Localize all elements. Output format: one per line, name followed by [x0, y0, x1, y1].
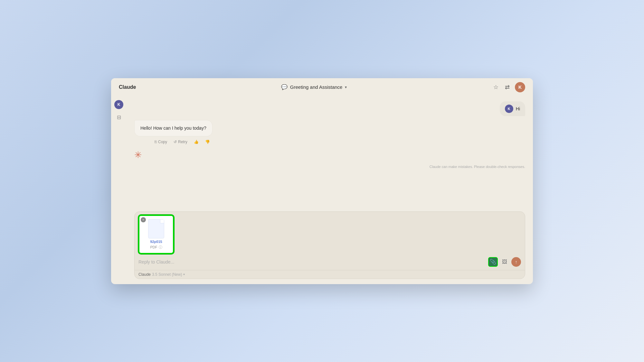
model-name: Claude: [138, 272, 151, 277]
header: Claude 💬 Greeting and Assistance ▾ ☆ ⇄ K: [111, 78, 533, 96]
pdf-type-row: PDF ⓘ: [150, 245, 162, 250]
send-button[interactable]: ↑: [511, 257, 521, 267]
model-version: 3.5 Sonnet (New): [152, 272, 182, 277]
model-selector[interactable]: Claude 3.5 Sonnet (New) ▾: [135, 270, 525, 279]
message-input[interactable]: [138, 259, 486, 265]
star-icon: ☆: [493, 84, 498, 91]
paperclip-icon: 📎: [490, 259, 496, 265]
panel-icon: ⊟: [117, 114, 121, 120]
disclaimer: Claude can make mistakes. Please double-…: [134, 165, 525, 169]
attachment-close-button[interactable]: ×: [141, 217, 146, 222]
panel-toggle-button[interactable]: ⊟: [116, 113, 122, 122]
chat-icon: 💬: [281, 84, 288, 90]
image-button[interactable]: 🖼: [500, 257, 509, 267]
input-container: × 92p015 PDF ⓘ: [134, 211, 525, 279]
thumbs-up-button[interactable]: 👍: [191, 138, 201, 145]
sliders-icon: ⇄: [505, 84, 510, 91]
user-avatar[interactable]: K: [515, 82, 525, 92]
attachment-filename: 92p015: [150, 240, 162, 244]
ai-message: Hello! How can I help you today? ⎘ Copy …: [134, 120, 213, 145]
attachment-preview: × 92p015 PDF ⓘ: [135, 212, 525, 254]
ai-bubble: Hello! How can I help you today?: [134, 120, 213, 136]
ai-actions: ⎘ Copy ↺ Retry 👍 👎: [134, 138, 213, 145]
conversation-title[interactable]: 💬 Greeting and Assistance ▾: [281, 84, 347, 90]
pdf-file-icon: [148, 219, 164, 238]
app-window: Claude 💬 Greeting and Assistance ▾ ☆ ⇄ K…: [111, 78, 533, 284]
title-text: Greeting and Assistance: [290, 84, 343, 90]
chevron-down-icon: ▾: [345, 85, 347, 89]
messages-container: K Hi Hello! How can I help you today? ⎘ …: [127, 96, 533, 209]
star-button[interactable]: ☆: [492, 82, 500, 92]
pdf-fold: [160, 219, 164, 223]
retry-button[interactable]: ↺ Retry: [171, 138, 190, 145]
thumbs-down-icon: 👎: [205, 140, 210, 144]
close-icon: ×: [142, 218, 144, 221]
thumbs-up-icon: 👍: [194, 140, 199, 144]
copy-button[interactable]: ⎘ Copy: [152, 138, 170, 145]
ai-message-text: Hello! How can I help you today?: [140, 125, 206, 131]
user-bubble: K Hi: [500, 101, 525, 116]
model-chevron-icon: ▾: [183, 273, 185, 276]
asterisk-icon: ✳: [134, 151, 142, 160]
header-actions: ☆ ⇄ K: [492, 82, 525, 92]
input-area: × 92p015 PDF ⓘ: [127, 209, 533, 284]
pdf-attachment: × 92p015 PDF ⓘ: [138, 215, 174, 254]
settings-button[interactable]: ⇄: [504, 82, 511, 92]
info-icon[interactable]: ⓘ: [159, 245, 162, 250]
copy-icon: ⎘: [155, 140, 157, 144]
app-logo: Claude: [119, 84, 136, 90]
user-avatar-small: K: [505, 105, 513, 113]
user-message-text: Hi: [516, 106, 520, 111]
retry-icon: ↺: [174, 140, 177, 144]
sidebar-avatar[interactable]: K: [114, 100, 123, 109]
attachment-type: PDF: [150, 245, 157, 249]
main-content: K ⊟ K Hi Hello! How can I help you toda: [111, 96, 533, 284]
send-icon: ↑: [515, 259, 517, 265]
sidebar: K ⊟: [111, 96, 127, 284]
chat-area: K Hi Hello! How can I help you today? ⎘ …: [127, 96, 533, 284]
image-icon: 🖼: [502, 259, 507, 265]
attachment-button[interactable]: 📎: [488, 257, 498, 267]
input-row: 📎 🖼 ↑: [135, 254, 525, 270]
user-message: K Hi: [500, 101, 525, 116]
claude-logo: ✳: [134, 151, 525, 160]
input-tools: 📎 🖼 ↑: [488, 257, 521, 267]
thumbs-down-button[interactable]: 👎: [203, 138, 213, 145]
